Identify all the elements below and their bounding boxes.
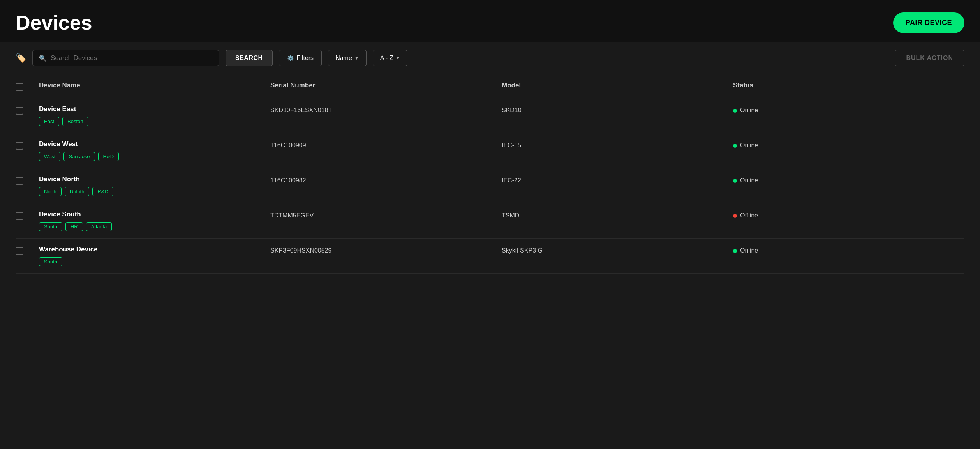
device-tag[interactable]: Boston bbox=[62, 117, 88, 126]
serial-number: 116C100982 bbox=[270, 175, 502, 184]
filter-button[interactable]: ⚙️ Filters bbox=[279, 50, 322, 66]
search-wrapper: 🔍 bbox=[32, 50, 219, 66]
devices-table: Device Name Serial Number Model Status D… bbox=[0, 74, 980, 274]
filter-label: Filters bbox=[297, 55, 314, 62]
model: IEC-15 bbox=[502, 140, 733, 149]
table-header: Device Name Serial Number Model Status bbox=[16, 74, 964, 98]
search-icon: 🔍 bbox=[39, 55, 47, 62]
serial-number: SKP3F09HSXN00529 bbox=[270, 246, 502, 254]
model: Skykit SKP3 G bbox=[502, 246, 733, 254]
device-tag[interactable]: Duluth bbox=[65, 187, 90, 196]
device-tag[interactable]: South bbox=[39, 222, 62, 231]
device-tag[interactable]: West bbox=[39, 152, 60, 161]
status-text: Online bbox=[740, 247, 758, 254]
status-indicator bbox=[733, 249, 737, 253]
model: IEC-22 bbox=[502, 175, 733, 184]
device-tag[interactable]: East bbox=[39, 117, 59, 126]
status-indicator bbox=[733, 214, 737, 218]
col-header-model: Model bbox=[502, 81, 733, 91]
device-name: Device North bbox=[39, 175, 270, 183]
table-row: Device WestWestSan JoseR&D116C100909IEC-… bbox=[16, 133, 964, 168]
row-checkbox[interactable] bbox=[16, 212, 23, 220]
status-cell: Online bbox=[733, 246, 964, 254]
sort-order-button[interactable]: A - Z ▼ bbox=[373, 50, 408, 66]
row-checkbox[interactable] bbox=[16, 177, 23, 185]
search-button[interactable]: SEARCH bbox=[226, 50, 273, 66]
device-name: Device West bbox=[39, 140, 270, 148]
model: TSMD bbox=[502, 210, 733, 219]
table-row: Device NorthNorthDuluthR&D116C100982IEC-… bbox=[16, 168, 964, 203]
device-tag[interactable]: Atlanta bbox=[86, 222, 112, 231]
device-name-cell: Device EastEastBoston bbox=[39, 105, 270, 126]
status-text: Online bbox=[740, 142, 758, 149]
toolbar: 🏷️ 🔍 SEARCH ⚙️ Filters Name ▼ A - Z ▼ BU… bbox=[0, 42, 980, 74]
search-input[interactable] bbox=[51, 54, 213, 62]
pair-device-button[interactable]: PAIR DEVICE bbox=[893, 12, 964, 33]
device-tag[interactable]: R&D bbox=[92, 187, 113, 196]
device-tags: EastBoston bbox=[39, 117, 270, 126]
status-indicator bbox=[733, 144, 737, 148]
table-row: Device EastEastBostonSKD10F16ESXN018TSKD… bbox=[16, 98, 964, 133]
serial-number: SKD10F16ESXN018T bbox=[270, 105, 502, 114]
status-cell: Online bbox=[733, 175, 964, 184]
status-cell: Offline bbox=[733, 210, 964, 219]
toolbar-icon: 🏷️ bbox=[16, 53, 26, 63]
row-checkbox[interactable] bbox=[16, 107, 23, 115]
device-tag[interactable]: San Jose bbox=[63, 152, 95, 161]
status-indicator bbox=[733, 179, 737, 183]
row-checkbox-cell[interactable] bbox=[16, 246, 39, 255]
sort-by-chevron-icon: ▼ bbox=[354, 55, 359, 61]
device-tag[interactable]: South bbox=[39, 257, 62, 266]
row-checkbox[interactable] bbox=[16, 142, 23, 150]
filter-icon: ⚙️ bbox=[287, 55, 294, 61]
device-name-cell: Device WestWestSan JoseR&D bbox=[39, 140, 270, 161]
serial-number: 116C100909 bbox=[270, 140, 502, 149]
status-text: Online bbox=[740, 107, 758, 114]
device-tags: SouthHRAtlanta bbox=[39, 222, 270, 231]
table-row: Warehouse DeviceSouthSKP3F09HSXN00529Sky… bbox=[16, 239, 964, 274]
select-all-checkbox[interactable] bbox=[16, 83, 23, 91]
device-name: Warehouse Device bbox=[39, 246, 270, 253]
row-checkbox-cell[interactable] bbox=[16, 175, 39, 185]
status-indicator bbox=[733, 109, 737, 113]
device-tags: WestSan JoseR&D bbox=[39, 152, 270, 161]
sort-by-button[interactable]: Name ▼ bbox=[328, 50, 367, 66]
model: SKD10 bbox=[502, 105, 733, 114]
device-tag[interactable]: North bbox=[39, 187, 62, 196]
device-name-cell: Device SouthSouthHRAtlanta bbox=[39, 210, 270, 231]
row-checkbox-cell[interactable] bbox=[16, 140, 39, 150]
serial-number: TDTMM5EGEV bbox=[270, 210, 502, 219]
sort-by-label: Name bbox=[335, 55, 352, 62]
row-checkbox-cell[interactable] bbox=[16, 105, 39, 115]
col-header-device-name: Device Name bbox=[39, 81, 270, 91]
header-checkbox-cell[interactable] bbox=[16, 81, 39, 91]
table-body: Device EastEastBostonSKD10F16ESXN018TSKD… bbox=[16, 98, 964, 274]
status-cell: Online bbox=[733, 140, 964, 149]
device-tags: NorthDuluthR&D bbox=[39, 187, 270, 196]
sort-order-chevron-icon: ▼ bbox=[395, 55, 400, 61]
status-cell: Online bbox=[733, 105, 964, 114]
row-checkbox[interactable] bbox=[16, 247, 23, 255]
device-name-cell: Device NorthNorthDuluthR&D bbox=[39, 175, 270, 196]
col-header-status: Status bbox=[733, 81, 964, 91]
status-text: Online bbox=[740, 177, 758, 184]
device-name: Device South bbox=[39, 210, 270, 218]
device-name: Device East bbox=[39, 105, 270, 113]
page-title: Devices bbox=[16, 11, 92, 34]
device-tags: South bbox=[39, 257, 270, 266]
sort-order-label: A - Z bbox=[380, 55, 393, 62]
col-header-serial-number: Serial Number bbox=[270, 81, 502, 91]
page-header: Devices PAIR DEVICE bbox=[0, 0, 980, 42]
device-tag[interactable]: R&D bbox=[98, 152, 119, 161]
row-checkbox-cell[interactable] bbox=[16, 210, 39, 220]
table-row: Device SouthSouthHRAtlantaTDTMM5EGEVTSMD… bbox=[16, 203, 964, 239]
device-tag[interactable]: HR bbox=[65, 222, 83, 231]
status-text: Offline bbox=[740, 212, 758, 219]
device-name-cell: Warehouse DeviceSouth bbox=[39, 246, 270, 266]
bulk-action-button[interactable]: BULK ACTION bbox=[895, 50, 964, 66]
